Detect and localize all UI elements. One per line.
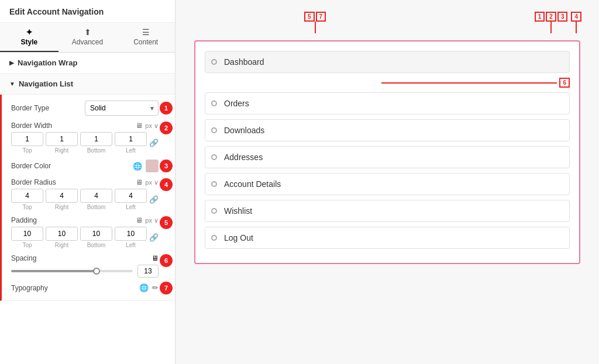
spacing-label: Spacing: [11, 254, 36, 262]
ann-4-badge: 4: [571, 12, 581, 22]
nav-item-addresses[interactable]: Addresses: [205, 146, 570, 168]
nav-wrap-label: Navigation Wrap: [18, 58, 77, 67]
typography-edit-icon[interactable]: ✏: [152, 283, 159, 292]
advanced-icon: ⬆: [61, 27, 115, 37]
typography-label: Typography: [11, 284, 139, 292]
padding-left-input[interactable]: [115, 227, 147, 241]
spacing-slider-track[interactable]: [11, 270, 133, 272]
border-width-right: Right: [46, 132, 78, 154]
border-type-label: Border Type: [11, 104, 85, 112]
border-radius-left: Left: [115, 189, 147, 210]
nav-bullet-logout: [211, 235, 217, 241]
nav-item-wishlist[interactable]: Wishlist: [205, 200, 570, 222]
ann-6-arrow-row: 6: [205, 78, 570, 88]
border-width-top: Top: [11, 132, 43, 154]
annotation-top-area: 5 7 1 2 3 4: [187, 12, 587, 36]
border-radius-bottom: Bottom: [80, 189, 112, 210]
nav-list-section-header[interactable]: ▼ Navigation List: [0, 74, 175, 95]
border-radius-label: Border Radius: [11, 178, 56, 186]
border-width-bottom-input[interactable]: [80, 132, 112, 146]
monitor-icon-2: 🖥: [136, 178, 143, 186]
ann-123-badges: 1 2 3: [535, 12, 568, 22]
typography-row: Typography 🌐 ✏ 7: [11, 283, 159, 292]
border-width-section: Border Width 🖥 px ∨ Top Right Bottom: [11, 122, 159, 154]
nav-item-logout[interactable]: Log Out: [205, 227, 570, 249]
ann-6-badge: 6: [559, 78, 570, 88]
tab-content[interactable]: ☰ Content: [116, 23, 175, 52]
badge-7: 7: [160, 282, 173, 294]
ann-57-area: 5 7: [304, 12, 326, 33]
border-width-label: Border Width: [11, 122, 52, 130]
border-type-select[interactable]: Solid None Double Dotted Dashed: [85, 100, 159, 116]
nav-list-arrow: ▼: [9, 81, 15, 87]
spacing-value-input[interactable]: [137, 265, 159, 278]
padding-right-input[interactable]: [46, 227, 78, 241]
ann-5-badge: 5: [304, 12, 315, 22]
border-radius-right: Right: [46, 189, 78, 210]
padding-label: Padding: [11, 216, 37, 224]
border-width-left-input[interactable]: [115, 132, 147, 146]
border-width-top-input[interactable]: [11, 132, 43, 146]
padding-bottom: Bottom: [80, 227, 112, 248]
padding-unit-control: 🖥 px ∨: [136, 216, 159, 224]
nav-bullet-dashboard: [211, 59, 217, 65]
ann-2-badge: 2: [546, 12, 556, 22]
nav-item-downloads[interactable]: Downloads: [205, 119, 570, 141]
border-width-unit-control: 🖥 px ∨: [136, 122, 159, 130]
spacing-slider-row: [11, 265, 159, 278]
border-radius-top-input[interactable]: [11, 189, 43, 203]
padding-inputs: Top Right Bottom Left 🔗: [11, 227, 159, 248]
ann-1-badge: 1: [535, 12, 545, 22]
nav-bullet-orders: [211, 100, 217, 106]
nav-list-label: Navigation List: [19, 79, 73, 88]
padding-bottom-input[interactable]: [80, 227, 112, 241]
nav-text-addresses: Addresses: [224, 152, 263, 162]
border-width-left: Left: [115, 132, 147, 154]
border-width-link-icon[interactable]: 🔗: [149, 138, 159, 147]
padding-left: Left: [115, 227, 147, 248]
border-radius-section: Border Radius 🖥 px ∨ Top Right Bottom: [11, 178, 159, 210]
nav-item-account-details[interactable]: Account Details: [205, 173, 570, 195]
border-radius-bottom-input[interactable]: [80, 189, 112, 203]
border-type-row: Border Type Solid None Double Dotted Das…: [11, 100, 159, 116]
nav-item-dashboard[interactable]: Dashboard: [205, 51, 570, 73]
monitor-icon-3: 🖥: [136, 216, 143, 224]
nav-wrap-section-header[interactable]: ▶ Navigation Wrap: [0, 53, 175, 74]
nav-wrap-arrow: ▶: [9, 60, 14, 66]
right-panel: 5 7 1 2 3 4: [175, 0, 599, 364]
annotation-labels-top: 5 7 1 2 3 4: [187, 12, 587, 36]
border-width-right-input[interactable]: [46, 132, 78, 146]
nav-item-orders[interactable]: Orders: [205, 92, 570, 115]
ann-57-badges: 5 7: [304, 12, 326, 22]
badge-6: 6: [160, 254, 173, 267]
spacing-section: Spacing 🖥 6: [11, 254, 159, 278]
nav-text-downloads: Downloads: [224, 126, 264, 135]
typography-controls: 🌐 ✏: [139, 283, 159, 292]
style-icon: ✦: [2, 27, 56, 37]
nav-text-account-details: Account Details: [224, 179, 281, 189]
left-panel: Edit Account Navigation ✦ Style ⬆ Advanc…: [0, 0, 175, 364]
nav-bullet-account-details: [211, 181, 217, 187]
padding-top-input[interactable]: [11, 227, 43, 241]
border-width-bottom: Bottom: [80, 132, 112, 154]
nav-text-orders: Orders: [224, 99, 249, 108]
typography-globe-icon[interactable]: 🌐: [139, 283, 149, 292]
badge-3: 3: [160, 160, 173, 172]
padding-link-icon[interactable]: 🔗: [149, 233, 159, 242]
tab-style[interactable]: ✦ Style: [0, 23, 58, 52]
tab-advanced[interactable]: ⬆ Advanced: [58, 23, 117, 52]
nav-bullet-addresses: [211, 154, 217, 160]
spacing-slider-thumb[interactable]: [93, 268, 100, 275]
badge-1: 1: [160, 102, 173, 115]
nav-text-logout: Log Out: [224, 233, 253, 242]
badge-5: 5: [160, 216, 173, 229]
border-radius-link-icon[interactable]: 🔗: [149, 195, 159, 204]
ann-1234-area: 1 2 3 4: [535, 12, 581, 33]
border-radius-right-input[interactable]: [46, 189, 78, 203]
border-type-select-wrapper: Solid None Double Dotted Dashed ▼: [85, 100, 159, 116]
border-color-swatch[interactable]: [146, 160, 159, 172]
badge-4: 4: [160, 178, 173, 191]
ann-3-badge: 3: [557, 12, 568, 22]
globe-icon[interactable]: 🌐: [133, 162, 142, 171]
border-radius-left-input[interactable]: [115, 189, 147, 203]
